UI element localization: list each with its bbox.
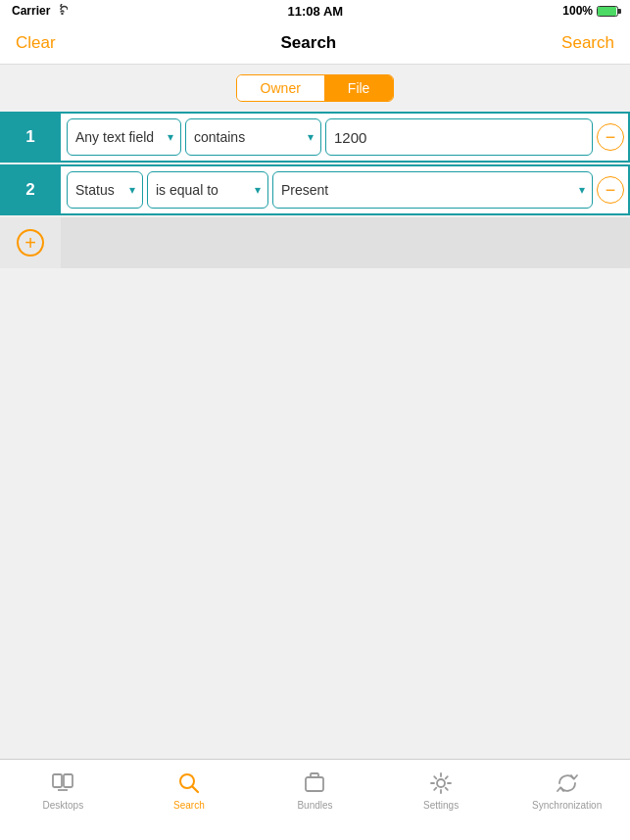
add-row-placeholder [61, 217, 630, 268]
svg-point-0 [62, 13, 64, 15]
filter-row-1: 1 Any text field Name Description Owner … [0, 112, 630, 163]
sync-icon [554, 770, 581, 797]
carrier-label: Carrier [12, 4, 50, 18]
tab-search-label: Search [173, 800, 205, 811]
text-input-1[interactable] [325, 118, 593, 156]
condition-select-1[interactable]: contains does not contain is equal to st… [185, 118, 321, 156]
tab-settings-label: Settings [423, 800, 459, 811]
tab-sync[interactable]: Synchronization [504, 768, 630, 811]
tab-sync-label: Synchronization [532, 800, 602, 811]
tab-desktops[interactable]: Desktops [0, 768, 126, 811]
tab-bundles[interactable]: Bundles [252, 768, 378, 811]
time-display: 11:08 AM [288, 4, 344, 19]
battery-percent: 100% [562, 4, 593, 18]
condition-select-wrapper-1: contains does not contain is equal to st… [185, 118, 321, 156]
bundles-icon [301, 770, 328, 797]
settings-icon [427, 770, 455, 797]
add-btn-cell[interactable]: + [0, 217, 61, 268]
nav-bar: Clear Search Search [0, 22, 630, 65]
segment-bar: Owner File [0, 65, 630, 112]
clear-button[interactable]: Clear [16, 33, 56, 53]
value-select-wrapper-2: Present Past Future [272, 171, 593, 209]
row-number-2: 2 [0, 164, 61, 215]
search-button[interactable]: Search [561, 33, 614, 53]
row-number-1: 1 [0, 112, 61, 163]
svg-rect-2 [64, 774, 73, 787]
svg-point-7 [437, 779, 445, 787]
tab-bar: Desktops Search Bundles Settings Synchro… [0, 759, 630, 840]
svg-rect-6 [306, 777, 323, 791]
tab-bundles-label: Bundles [297, 800, 332, 811]
status-bar-right: 100% [562, 4, 618, 18]
svg-line-5 [192, 787, 198, 793]
tab-settings[interactable]: Settings [378, 768, 505, 811]
tab-search[interactable]: Search [126, 768, 253, 811]
svg-rect-1 [53, 774, 62, 787]
search-icon [175, 770, 203, 797]
condition-select-2[interactable]: is equal to is not equal to contains [147, 171, 268, 209]
segment-file[interactable]: File [324, 75, 394, 101]
row-fields-2: Status Name Owner is equal to is not equ… [61, 164, 630, 215]
desktops-icon [49, 770, 76, 797]
add-row: + [0, 217, 630, 268]
filter-row-2: 2 Status Name Owner is equal to is not e… [0, 164, 630, 215]
field-select-wrapper-2: Status Name Owner [67, 171, 143, 209]
status-bar-left: Carrier [12, 4, 68, 18]
status-bar: Carrier 11:08 AM 100% [0, 0, 630, 22]
battery-icon [597, 6, 618, 17]
field-select-1[interactable]: Any text field Name Description Owner [67, 118, 181, 156]
row-fields-1: Any text field Name Description Owner co… [61, 112, 630, 163]
segment-owner[interactable]: Owner [237, 75, 324, 101]
add-icon: + [17, 229, 44, 257]
remove-btn-1[interactable]: − [597, 123, 624, 151]
tab-desktops-label: Desktops [42, 800, 83, 811]
nav-title: Search [281, 33, 337, 53]
value-select-2[interactable]: Present Past Future [272, 171, 593, 209]
condition-select-wrapper-2: is equal to is not equal to contains [147, 171, 268, 209]
remove-btn-2[interactable]: − [597, 176, 624, 204]
segment-control: Owner File [236, 74, 395, 102]
field-select-wrapper-1: Any text field Name Description Owner [67, 118, 181, 156]
field-select-2[interactable]: Status Name Owner [67, 171, 143, 209]
wifi-icon [54, 4, 68, 18]
